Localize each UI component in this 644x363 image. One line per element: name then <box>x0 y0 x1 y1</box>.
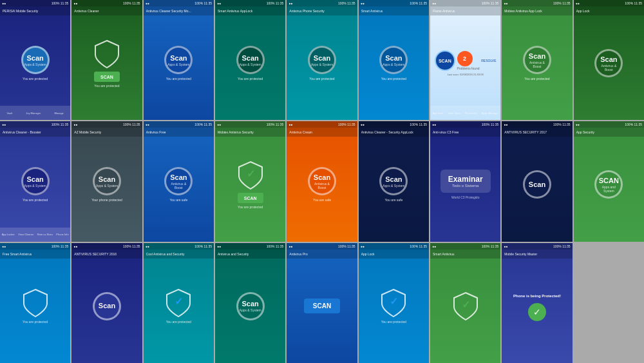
protected-label: World C3 Protegido <box>451 195 480 199</box>
protected-text: You are protected <box>23 198 48 202</box>
app-cell-20[interactable]: ●●100% 11:35ANTIVIRUS SECURITY 2016 Scan <box>71 243 142 363</box>
scan-circle[interactable]: Scan Apps & System <box>236 46 265 74</box>
app-title-bar: Antivirus Cleaner <box>71 6 142 15</box>
protected-text: You are protected <box>524 77 549 81</box>
app-cell-21[interactable]: ●●100% 11:35Cool Antivirus and Security … <box>144 243 214 363</box>
nav-item[interactable]: App Locker <box>2 233 15 236</box>
app-cell-13[interactable]: ●●100% 11:35Mobiex Antivirus Security ✓ … <box>215 121 285 241</box>
scan-btn[interactable]: SCAN <box>238 193 263 203</box>
app-main-content: ✓ <box>430 250 500 363</box>
scan-section: SCAN <box>435 50 455 71</box>
app-cell-19[interactable]: ●●100% 11:35Free Smart Antivirus You are… <box>0 243 70 363</box>
app-cell-22[interactable]: ●●100% 11:35Antivirus and Security Scan … <box>215 243 285 363</box>
scan-sub-text: Antivirus & Boost <box>596 64 621 72</box>
app-main-content: ✓ You are protected <box>144 250 214 363</box>
app-main-content: You are protected <box>0 250 70 363</box>
status-bar: ●●100% 11:35 <box>287 0 357 6</box>
scan-circle[interactable]: Scan <box>93 292 121 320</box>
status-bar: ●●100% 11:35 <box>574 121 644 128</box>
app-cell-10[interactable]: ●●100% 11:35Antivirus Cleaner - Booster … <box>0 121 70 241</box>
check-circle: ✓ <box>528 303 546 321</box>
scan-circle[interactable]: Scan Antivirus & Boost <box>523 46 551 74</box>
app-cell-3[interactable]: ●●100% 11:35Antivirus Cleaner Security M… <box>144 0 214 120</box>
app-cell-5[interactable]: ●●100% 11:35Antivirus Phone Security Sca… <box>287 0 357 120</box>
app-cell-2[interactable]: ●●100% 11:35Antivirus Cleaner SCAN You a… <box>71 0 142 120</box>
app-cell-23[interactable]: ●●100% 11:35Antivirus Pro SCAN <box>287 243 357 363</box>
scan-label: Scan <box>99 175 115 184</box>
nav-item[interactable]: Joy Manager <box>26 112 41 115</box>
protected-text: You are protected <box>238 205 263 209</box>
app-cell-15[interactable]: ●●100% 11:35Antivirus Cleaner - Security… <box>359 121 429 241</box>
scan-circle[interactable]: Scan Apps & System <box>379 167 408 195</box>
scan-circle-small: SCAN <box>435 50 455 71</box>
scan-circle[interactable]: Scan Apps & System <box>379 46 408 74</box>
app-title-bar: Free Smart Antivirus <box>0 250 70 259</box>
scan-button[interactable]: SCAN <box>304 299 340 313</box>
app-cell-9[interactable]: ●●100% 11:35App Lock Scan Antivirus & Bo… <box>574 0 644 120</box>
app-cell-16[interactable]: ●●100% 11:35Anti-virus C3 Free Examinar … <box>430 121 500 241</box>
status-bar: ●●100% 11:35 <box>287 121 357 128</box>
nav-item[interactable]: Phone Info <box>464 112 477 115</box>
scan-circle[interactable]: Scan Apps & System <box>21 167 50 195</box>
app-main-content: Scan Antivirus & Boost You are safe <box>144 128 214 241</box>
status-bar: ●●100% 11:35 <box>430 0 500 6</box>
nav-item[interactable]: Phone Info <box>56 233 68 236</box>
scan-label: Scan <box>529 181 545 189</box>
status-bar: ●●100% 11:35 <box>71 121 142 128</box>
app-cell-6[interactable]: ●●100% 11:35Smart Antivirus Scan Apps & … <box>359 0 429 120</box>
app-cell-17[interactable]: ●●100% 11:35ANTIVIRUS SECURITY 2017 Scan <box>502 121 572 241</box>
nav-item[interactable]: Vault <box>6 112 12 115</box>
app-cell-26[interactable]: ●●100% 11:35Mobile Security Master Phone… <box>502 243 572 363</box>
shield-svg: ✓ <box>238 161 263 190</box>
app-cell-25[interactable]: ●●100% 11:35Smart Antivirus ✓ <box>430 243 500 363</box>
scan-circle[interactable]: Scan Apps & System <box>308 46 336 74</box>
app-main-content: SCAN Apps and System <box>574 128 644 241</box>
scan-circle[interactable]: SCAN Apps and System <box>594 170 623 199</box>
scan-circle[interactable]: Scan <box>523 170 551 199</box>
app-cell-8[interactable]: ●●100% 11:35Mobiex Antivirus App Lock Sc… <box>502 0 572 120</box>
resolve-section: RESOLVE <box>481 59 496 63</box>
scan-circle[interactable]: Scan Antivirus & Boost <box>164 167 193 195</box>
app-cell-4[interactable]: ●●100% 11:35Smart Antivirus AppLock Scan… <box>215 0 285 120</box>
nav-item[interactable]: Scan Virus <box>448 112 460 115</box>
app-cell-18[interactable]: ●●100% 11:35App Security SCAN Apps and S… <box>574 121 644 241</box>
resolve-label: RESOLVE <box>481 59 496 63</box>
scan-circle[interactable]: Scan Apps & System <box>236 292 265 320</box>
app-cell-24[interactable]: ●●100% 11:35App Lock ✓ You are protected <box>359 243 429 363</box>
status-bar: ●●100% 11:35 <box>144 0 214 6</box>
nav-item[interactable]: Manage <box>54 112 63 115</box>
protected-text: You are protected <box>23 320 48 324</box>
nav-item[interactable]: Apps Manager <box>482 112 498 115</box>
scan-label: SCAN <box>599 177 619 185</box>
problems-label: Problems found <box>457 66 480 70</box>
scan-sub-text: Antivirus & Boost <box>166 182 191 190</box>
scan-circle[interactable]: Scan Apps & System <box>21 46 50 74</box>
scan-circle[interactable]: Scan Antivirus & Boost <box>594 49 623 77</box>
app-cell-7[interactable]: ●●100% 11:35Flame Antivirus SCAN 2 Probl… <box>430 0 500 120</box>
nav-item[interactable]: Virus Cleaner <box>18 233 33 236</box>
app-title-bar: Antivirus Free <box>144 128 214 137</box>
scan-btn-label: SCAN <box>313 302 331 309</box>
scan-circle[interactable]: Scan Antivirus & Boost <box>308 167 336 195</box>
app-main-content: ✓ You are protected <box>359 250 429 363</box>
scan-sub-text: Antivirus & Boost <box>525 61 549 68</box>
shield-container: ✓ <box>238 161 263 190</box>
shield-container <box>94 39 120 69</box>
app-cell-12[interactable]: ●●100% 11:35Antivirus Free Scan Antiviru… <box>144 121 214 241</box>
last-scan: Last scan: 02/06/2016 21:03:08 <box>448 73 484 76</box>
scan-sub-text: Apps & System <box>240 308 261 312</box>
app-main-content: Scan Apps & System You are protected <box>287 6 357 120</box>
status-bar: ●●100% 11:35 <box>71 243 142 250</box>
app-grid: ●●100% 11:35PERISAI Mobile Security Scan… <box>0 0 644 363</box>
app-cell-14[interactable]: ●●100% 11:35Antivirus Cream Scan Antivir… <box>287 121 357 241</box>
app-cell-11[interactable]: ●●100% 11:35AZ Mobile Security Scan Apps… <box>71 121 142 241</box>
nav-item[interactable]: Rate us Stars <box>37 233 53 236</box>
nav-item[interactable]: App Lock <box>432 112 443 115</box>
scan-sub-text: Apps & System <box>96 184 118 188</box>
app-cell-1[interactable]: ●●100% 11:35PERISAI Mobile Security Scan… <box>0 0 70 120</box>
scan-sub-text: Apps & System <box>383 184 404 188</box>
scan-circle[interactable]: Scan Apps & System <box>164 46 193 74</box>
app-main-content: Scan <box>71 250 142 363</box>
scan-btn[interactable]: SCAN <box>94 72 120 82</box>
scan-circle[interactable]: Scan Apps & System <box>93 167 121 195</box>
